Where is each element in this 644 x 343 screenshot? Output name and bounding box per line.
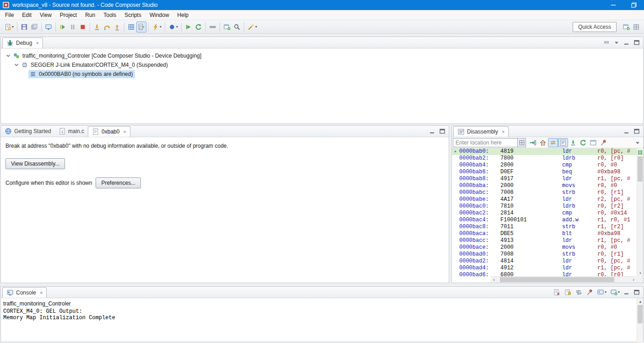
menu-scripts[interactable]: Scripts bbox=[120, 11, 145, 20]
view-menu-button[interactable] bbox=[612, 38, 621, 47]
home-button[interactable] bbox=[538, 138, 548, 147]
disassembly-row[interactable]: 0000bad4:4912ldrr1, [pc, # bbox=[452, 265, 643, 272]
expander-icon[interactable] bbox=[5, 52, 12, 59]
menu-view[interactable]: View bbox=[36, 11, 56, 20]
dropdown-arrow-icon[interactable]: ▾ bbox=[160, 25, 161, 29]
disassembly-row[interactable]: 0000bac0:7810ldrbr0, [r2] bbox=[452, 203, 643, 210]
restart-button[interactable] bbox=[183, 21, 193, 32]
location-input[interactable] bbox=[453, 138, 518, 147]
disassembly-row[interactable]: 0000bace:2000movsr0, #0 bbox=[452, 244, 643, 251]
open-new-view-button[interactable] bbox=[588, 138, 598, 147]
scrollbar-track[interactable] bbox=[497, 277, 630, 283]
scroll-up-arrow[interactable]: ▴ bbox=[637, 298, 643, 305]
menu-project[interactable]: Project bbox=[56, 11, 81, 20]
disassembly-row[interactable]: 0000bacc:4913ldrr1, [pc, # bbox=[452, 237, 643, 244]
debug-view-tab[interactable]: Debug × bbox=[2, 38, 43, 48]
pin-console-toggle[interactable] bbox=[585, 287, 595, 298]
save-all-button[interactable] bbox=[29, 21, 39, 32]
maximize-view-button[interactable] bbox=[632, 288, 641, 297]
assembly-step-into-button[interactable] bbox=[568, 138, 578, 147]
editor-tab-0xbab0[interactable]: 0xbab0× bbox=[88, 126, 130, 137]
search-button[interactable] bbox=[232, 21, 242, 32]
debug-tree-item[interactable]: SEGGER J-Link Emulator/CORTEX_M4_0 (Susp… bbox=[1, 60, 643, 70]
editor-tab-getting-started[interactable]: Getting Started bbox=[1, 126, 55, 137]
view-disassembly-button[interactable]: View Disassembly... bbox=[5, 158, 65, 169]
debug-tree-item[interactable]: 0x0000BAB0 (no symbols are defined) bbox=[1, 70, 643, 79]
scrollbar-thumb[interactable] bbox=[638, 305, 643, 323]
step-into-button[interactable] bbox=[92, 21, 102, 32]
new-button[interactable]: ▾ bbox=[3, 21, 15, 32]
disassembly-row[interactable]: 0000babe:4A17ldrr2, [pc, # bbox=[452, 196, 643, 203]
sync-with-execution-toggle[interactable] bbox=[548, 138, 558, 147]
scroll-left-arrow[interactable]: ‹ bbox=[491, 277, 497, 283]
minimize-window-button[interactable] bbox=[603, 0, 623, 10]
disassembly-row[interactable]: 0000bab4:2800cmpr0, #0 bbox=[452, 162, 643, 169]
editor-tab-main-c[interactable]: cmain.c bbox=[55, 126, 88, 137]
minimize-view-button[interactable] bbox=[428, 127, 437, 136]
expander-icon[interactable] bbox=[13, 61, 20, 69]
close-icon[interactable]: × bbox=[123, 129, 126, 134]
location-history-button[interactable] bbox=[518, 138, 526, 147]
refresh-button[interactable] bbox=[193, 21, 204, 32]
dropdown-arrow-icon[interactable]: ▾ bbox=[176, 25, 178, 29]
open-perspective-button[interactable] bbox=[621, 21, 631, 32]
close-icon[interactable]: × bbox=[502, 129, 504, 134]
dropdown-arrow-icon[interactable]: ▾ bbox=[255, 25, 257, 29]
suspend-button[interactable] bbox=[68, 21, 78, 32]
new-window-button[interactable] bbox=[222, 21, 232, 32]
disassembly-row[interactable]: 0000bad0:7008strbr0, [r1] bbox=[452, 251, 643, 258]
maximize-view-button[interactable] bbox=[438, 127, 447, 136]
terminate-button[interactable] bbox=[78, 21, 88, 32]
remove-all-terminated-button[interactable] bbox=[602, 38, 611, 47]
scroll-right-arrow[interactable]: › bbox=[630, 277, 637, 283]
disassembly-row[interactable]: 0000bab6:D0EFbeq#0xba98 bbox=[452, 169, 643, 176]
close-icon[interactable]: × bbox=[40, 290, 43, 295]
refresh-view-button[interactable] bbox=[578, 138, 588, 147]
scroll-down-arrow[interactable]: ▾ bbox=[637, 270, 643, 276]
disassembly-row[interactable]: 0000bac8:7011strbr1, [r2] bbox=[452, 224, 643, 230]
dropdown-arrow-icon[interactable]: ▾ bbox=[605, 290, 606, 294]
view-registers-button[interactable] bbox=[126, 21, 136, 32]
minimize-view-button[interactable] bbox=[622, 38, 631, 47]
disassembly-row[interactable]: ▸0000bab0:4819ldrr0, [pc, # bbox=[452, 148, 643, 155]
scrollbar-thumb[interactable] bbox=[638, 156, 643, 182]
open-element-button[interactable]: ▾ bbox=[246, 21, 258, 32]
ccs-edit-perspective-button[interactable] bbox=[631, 21, 641, 32]
menu-window[interactable]: Window bbox=[145, 11, 173, 20]
disassembly-row[interactable]: 0000baba:2000movsr0, #0 bbox=[452, 182, 643, 189]
menu-file[interactable]: File bbox=[1, 11, 18, 20]
disassembly-row[interactable]: 0000bab8:4917ldrr1, [pc, # bbox=[452, 176, 643, 182]
open-console-button[interactable]: ▾ bbox=[609, 287, 621, 298]
disassembly-row[interactable]: 0000bab2:7800ldrbr0, [r0] bbox=[452, 155, 643, 162]
minimize-view-button[interactable] bbox=[622, 288, 631, 297]
quick-access-button[interactable]: Quick Access bbox=[573, 22, 617, 32]
flash-button[interactable]: ▾ bbox=[150, 21, 163, 32]
vertical-scrollbar[interactable]: ▴ bbox=[637, 298, 643, 342]
disassembly-row[interactable]: 0000bad2:4814ldrr0, [pc, # bbox=[452, 258, 643, 265]
assembly-step-mode-toggle[interactable]: 1001 bbox=[136, 21, 146, 32]
clear-console-button[interactable] bbox=[552, 287, 562, 298]
scrollbar-thumb[interactable] bbox=[500, 277, 614, 282]
preferences-button[interactable]: Preferences... bbox=[96, 177, 141, 188]
maximize-view-button[interactable] bbox=[632, 127, 641, 136]
restore-window-button[interactable] bbox=[623, 0, 644, 10]
menu-help[interactable]: Help bbox=[173, 11, 193, 20]
pin-view-button[interactable] bbox=[598, 138, 608, 147]
console-view-tab[interactable]: Console × bbox=[2, 287, 47, 298]
scroll-lock-toggle[interactable] bbox=[563, 287, 573, 298]
debug-tree-item[interactable]: traffic_monitoring_Controler [Code Compo… bbox=[1, 51, 643, 60]
step-over-button[interactable] bbox=[102, 21, 112, 32]
new-target-configuration-button[interactable] bbox=[43, 21, 54, 32]
view-menu-button[interactable] bbox=[633, 138, 642, 147]
connect-target-button[interactable] bbox=[208, 21, 218, 32]
vertical-scrollbar[interactable]: ▾ bbox=[637, 148, 643, 276]
close-icon[interactable]: × bbox=[36, 40, 38, 46]
disassembly-row[interactable]: 0000baca:DBE5blt#0xba98 bbox=[452, 230, 643, 237]
show-source-toggle[interactable] bbox=[558, 138, 568, 147]
dropdown-arrow-icon[interactable]: ▾ bbox=[618, 290, 620, 294]
locate-pc-button[interactable] bbox=[528, 138, 538, 147]
horizontal-scrollbar[interactable]: ‹ › bbox=[491, 276, 637, 283]
resume-button[interactable] bbox=[58, 21, 68, 32]
minimize-view-button[interactable] bbox=[622, 127, 631, 136]
word-wrap-toggle[interactable] bbox=[574, 287, 584, 298]
